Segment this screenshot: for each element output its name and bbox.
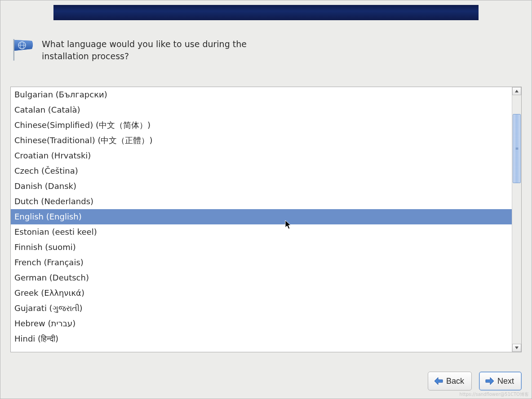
language-option[interactable]: French (Français) bbox=[11, 255, 512, 270]
language-option[interactable]: Estonian (eesti keel) bbox=[11, 224, 512, 240]
language-option[interactable]: Finnish (suomi) bbox=[11, 240, 512, 255]
language-option[interactable]: Dutch (Nederlands) bbox=[11, 194, 512, 209]
globe-flag-icon bbox=[10, 38, 34, 61]
back-button[interactable]: Back bbox=[428, 372, 472, 390]
language-option[interactable]: Danish (Dansk) bbox=[11, 179, 512, 194]
next-button-label: Next bbox=[497, 377, 514, 386]
arrow-right-icon bbox=[485, 377, 495, 385]
language-option[interactable]: Bulgarian (Български) bbox=[11, 87, 512, 102]
arrow-left-icon bbox=[434, 377, 443, 385]
next-button[interactable]: Next bbox=[479, 372, 522, 390]
scrollbar[interactable]: ≡ bbox=[512, 87, 521, 352]
prompt-row: What language would you like to use duri… bbox=[10, 38, 522, 62]
scroll-thumb[interactable]: ≡ bbox=[513, 114, 521, 183]
watermark-text: https://sandflower@51CTO博客 bbox=[460, 391, 529, 398]
scroll-track[interactable]: ≡ bbox=[512, 95, 521, 344]
svg-rect-1 bbox=[13, 39, 13, 61]
button-bar: Back Next bbox=[428, 372, 522, 390]
language-option[interactable]: Hindi (हिन्दी) bbox=[11, 331, 512, 346]
language-option[interactable]: Czech (Čeština) bbox=[11, 163, 512, 179]
scroll-up-button[interactable] bbox=[512, 87, 521, 95]
language-option[interactable]: Chinese(Simplified) (中文（简体）) bbox=[11, 118, 512, 133]
installer-window: What language would you like to use duri… bbox=[0, 0, 532, 399]
language-option[interactable]: Chinese(Traditional) (中文（正體）) bbox=[11, 133, 512, 148]
language-option[interactable]: Croatian (Hrvatski) bbox=[11, 148, 512, 163]
language-list-frame: Bulgarian (Български)Catalan (Català)Chi… bbox=[10, 87, 522, 352]
language-option[interactable]: Hebrew (עברית) bbox=[11, 316, 512, 331]
prompt-text: What language would you like to use duri… bbox=[42, 38, 266, 62]
language-option[interactable]: English (English) bbox=[11, 209, 512, 224]
language-list[interactable]: Bulgarian (Български)Catalan (Català)Chi… bbox=[11, 87, 512, 352]
back-button-label: Back bbox=[446, 377, 464, 386]
header-banner bbox=[53, 5, 479, 20]
language-option[interactable]: Gujarati (ગુજરાતી) bbox=[11, 301, 512, 316]
language-option[interactable]: Greek (Ελληνικά) bbox=[11, 285, 512, 301]
scroll-down-button[interactable] bbox=[512, 344, 521, 352]
language-option[interactable]: German (Deutsch) bbox=[11, 270, 512, 285]
language-option[interactable]: Catalan (Català) bbox=[11, 102, 512, 118]
